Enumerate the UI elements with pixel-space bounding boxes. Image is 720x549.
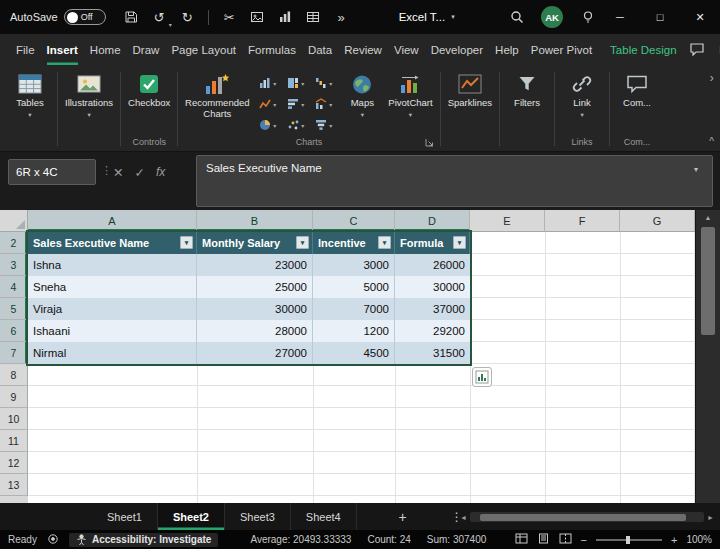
macro-record-button[interactable]: [47, 533, 59, 547]
autosave-switch[interactable]: Off: [64, 9, 106, 25]
scatter-chart-button[interactable]: ▾: [282, 115, 309, 135]
cell-c4[interactable]: 5000: [313, 276, 395, 298]
row-header-6[interactable]: 6: [0, 320, 28, 342]
column-header-f[interactable]: F: [545, 210, 620, 232]
avatar[interactable]: AK: [541, 6, 563, 28]
menu-formulas[interactable]: Formulas: [248, 34, 296, 65]
menu-help[interactable]: Help: [495, 34, 519, 65]
zoom-in-button[interactable]: +: [671, 534, 677, 546]
page-break-view-button[interactable]: [559, 533, 572, 546]
add-sheet-button[interactable]: +: [387, 509, 419, 525]
status-count[interactable]: Count: 24: [367, 534, 410, 545]
search-button[interactable]: [504, 5, 529, 30]
status-sum[interactable]: Sum: 307400: [427, 534, 487, 545]
vertical-scrollbar[interactable]: ▲: [695, 210, 720, 503]
table-header-cell[interactable]: Monthly Salary▾: [197, 232, 313, 254]
zoom-slider[interactable]: [596, 539, 662, 541]
row-header-9[interactable]: 9: [0, 386, 28, 408]
table-header-cell[interactable]: Formula▾: [395, 232, 470, 254]
vertical-scrollbar-thumb[interactable]: [701, 227, 715, 335]
filter-button[interactable]: ▾: [378, 236, 391, 249]
scroll-left-icon[interactable]: ◄: [460, 514, 467, 521]
cell-b3[interactable]: 23000: [197, 254, 313, 276]
pivotchart-button[interactable]: PivotChart ▾: [385, 67, 435, 119]
combo-chart-button[interactable]: ▾: [310, 94, 337, 114]
menu-developer[interactable]: Developer: [431, 34, 483, 65]
row-header-12[interactable]: 12: [0, 452, 28, 474]
collapse-ribbon-button[interactable]: ^: [709, 136, 714, 147]
row-header-11[interactable]: 11: [0, 430, 28, 452]
cell-a4[interactable]: Sneha: [28, 276, 197, 298]
quick-access-overflow-button[interactable]: »: [329, 5, 354, 30]
row-header-10[interactable]: 10: [0, 408, 28, 430]
charts-dialog-launcher[interactable]: [425, 138, 434, 151]
cell-b7[interactable]: 27000: [197, 342, 313, 364]
redo-button[interactable]: ↻: [175, 5, 200, 30]
cell-b4[interactable]: 25000: [197, 276, 313, 298]
cell-c3[interactable]: 3000: [313, 254, 395, 276]
cut-button[interactable]: ✂: [217, 5, 242, 30]
formula-bar-expand-icon[interactable]: ▾: [694, 165, 698, 174]
formula-bar-input[interactable]: Sales Executive Name ▾: [196, 155, 713, 207]
funnel-chart-button[interactable]: ▾: [310, 115, 337, 135]
column-header-b[interactable]: B: [197, 210, 313, 232]
comment-ribbon-button[interactable]: Com...: [614, 67, 660, 109]
maximize-button[interactable]: □: [640, 0, 680, 34]
row-header-3[interactable]: 3: [0, 254, 28, 276]
cell-a7[interactable]: Nirmal: [28, 342, 197, 364]
horizontal-scrollbar-track[interactable]: [470, 512, 704, 522]
menu-power-pivot[interactable]: Power Pivot: [531, 34, 592, 65]
recommended-charts-button[interactable]: Recommended Charts: [182, 67, 252, 119]
scroll-right-arrow-icon[interactable]: ►: [707, 514, 714, 521]
cell-c6[interactable]: 1200: [313, 320, 395, 342]
excel-table[interactable]: Sales Executive Name▾ Monthly Salary▾ In…: [28, 232, 470, 364]
waterfall-chart-button[interactable]: ▾: [310, 73, 337, 93]
cell-a6[interactable]: Ishaani: [28, 320, 197, 342]
status-average[interactable]: Average: 20493.33333: [250, 534, 351, 545]
column-header-d[interactable]: D: [395, 210, 470, 232]
zoom-out-button[interactable]: −: [581, 534, 587, 546]
menu-draw[interactable]: Draw: [133, 34, 160, 65]
cells-area[interactable]: Sales Executive Name▾ Monthly Salary▾ In…: [28, 232, 695, 503]
comments-button[interactable]: [689, 42, 705, 58]
menu-review[interactable]: Review: [344, 34, 382, 65]
chart-button[interactable]: [273, 5, 298, 30]
illustrations-button[interactable]: Illustrations ▾: [62, 67, 116, 119]
filters-button[interactable]: Filters: [504, 67, 550, 109]
close-button[interactable]: ✕: [680, 0, 720, 34]
ideas-button[interactable]: [575, 5, 600, 30]
bar-chart-button[interactable]: ▾: [282, 94, 309, 114]
ribbon-scroll-right-button[interactable]: ›: [710, 71, 714, 85]
maps-button[interactable]: Maps ▾: [339, 67, 385, 119]
picture-button[interactable]: [245, 5, 270, 30]
sheet-tab-sheet4[interactable]: Sheet4: [291, 503, 357, 530]
cells-button[interactable]: [301, 5, 326, 30]
column-header-g[interactable]: G: [620, 210, 695, 232]
sparklines-button[interactable]: Sparklines: [445, 67, 495, 109]
row-header-13[interactable]: 13: [0, 474, 28, 496]
row-header-8[interactable]: 8: [0, 364, 28, 386]
enter-button[interactable]: ✓: [134, 165, 144, 180]
menu-insert[interactable]: Insert: [47, 34, 78, 65]
treemap-chart-button[interactable]: ▾: [282, 73, 309, 93]
cell-d7[interactable]: 31500: [395, 342, 470, 364]
sheet-tab-sheet3[interactable]: Sheet3: [225, 503, 291, 530]
cell-b6[interactable]: 28000: [197, 320, 313, 342]
menu-table-design[interactable]: Table Design: [610, 34, 676, 65]
filter-button[interactable]: ▾: [453, 236, 466, 249]
cell-d6[interactable]: 29200: [395, 320, 470, 342]
cell-a5[interactable]: Viraja: [28, 298, 197, 320]
horizontal-scrollbar[interactable]: ◄ ►: [460, 511, 714, 523]
row-header-4[interactable]: 4: [0, 276, 28, 298]
quick-analysis-button[interactable]: [472, 367, 492, 387]
scroll-up-icon[interactable]: ▲: [696, 210, 720, 225]
sheet-tab-sheet1[interactable]: Sheet1: [92, 503, 158, 530]
autosave-toggle[interactable]: AutoSave Off: [10, 9, 106, 25]
page-layout-view-button[interactable]: [537, 533, 550, 546]
cell-b5[interactable]: 30000: [197, 298, 313, 320]
checkbox-button[interactable]: Checkbox: [125, 67, 173, 109]
menu-view[interactable]: View: [394, 34, 419, 65]
normal-view-button[interactable]: [515, 533, 528, 546]
cancel-button[interactable]: ✕: [113, 165, 123, 180]
app-title[interactable]: Excel T... ▾: [399, 11, 455, 23]
